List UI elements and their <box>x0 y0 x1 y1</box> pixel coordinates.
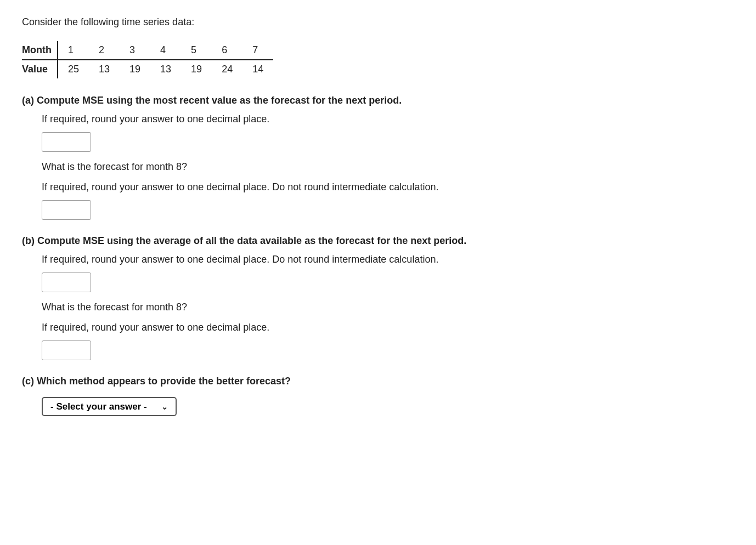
value-5: 19 <box>181 60 212 78</box>
value-6: 24 <box>212 60 242 78</box>
part-b-section: (b) Compute MSE using the average of all… <box>22 235 734 360</box>
value-7: 14 <box>242 60 273 78</box>
part-a-instruction1: If required, round your answer to one de… <box>42 112 734 127</box>
part-c-label: (c) Which method appears to provide the … <box>22 376 734 387</box>
value-2: 13 <box>89 60 120 78</box>
month-5: 5 <box>181 41 212 60</box>
month-2: 2 <box>89 41 120 60</box>
part-c-section: (c) Which method appears to provide the … <box>22 376 734 416</box>
intro-text: Consider the following time series data: <box>22 16 734 28</box>
part-a-label: (a) Compute MSE using the most recent va… <box>22 95 734 106</box>
part-a-forecast-input[interactable] <box>42 200 91 220</box>
part-b-instruction2: If required, round your answer to one de… <box>42 320 734 335</box>
part-a-section: (a) Compute MSE using the most recent va… <box>22 95 734 220</box>
select-answer-wrapper[interactable]: - Select your answer - Part (a) Part (b)… <box>42 397 177 416</box>
select-answer-dropdown[interactable]: - Select your answer - Part (a) Part (b) <box>50 401 158 412</box>
part-a-mse-input[interactable] <box>42 132 91 152</box>
part-a-instruction2: If required, round your answer to one de… <box>42 180 734 195</box>
month-label: Month <box>22 41 58 60</box>
value-3: 19 <box>120 60 150 78</box>
value-label: Value <box>22 60 58 78</box>
part-b-forecast-input[interactable] <box>42 340 91 360</box>
month-6: 6 <box>212 41 242 60</box>
chevron-down-icon: ⌄ <box>161 402 168 411</box>
part-b-label: (b) Compute MSE using the average of all… <box>22 235 734 247</box>
data-table: Month 1 2 3 4 5 6 7 Value 25 13 19 13 19… <box>22 41 273 78</box>
part-c-text: Which method appears to provide the bett… <box>37 376 291 387</box>
part-b-mse-input[interactable] <box>42 272 91 292</box>
month-1: 1 <box>58 41 89 60</box>
part-a-forecast-q: What is the forecast for month 8? <box>42 160 734 174</box>
value-1: 25 <box>58 60 89 78</box>
value-4: 13 <box>150 60 181 78</box>
part-b-instruction1: If required, round your answer to one de… <box>42 252 734 267</box>
month-4: 4 <box>150 41 181 60</box>
month-3: 3 <box>120 41 150 60</box>
part-b-forecast-q: What is the forecast for month 8? <box>42 300 734 315</box>
part-b-text: Compute MSE using the average of all the… <box>37 235 466 246</box>
month-7: 7 <box>242 41 273 60</box>
